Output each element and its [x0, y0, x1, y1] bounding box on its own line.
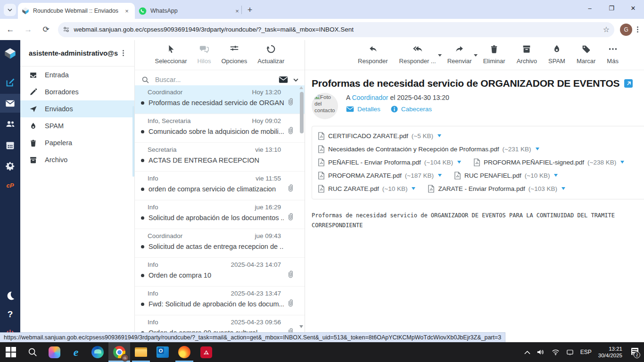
contact-photo-broken: Foto del contacto [312, 93, 338, 119]
address-bar[interactable]: webmail.sanjuan.gob.ec/cpsess9093691949/… [58, 22, 614, 37]
message-row[interactable]: Info2025-04-23 14:07Orden de compra 10 [135, 258, 305, 287]
attachment-menu-caret-icon[interactable] [412, 187, 415, 190]
toolbar-button-más[interactable]: Más [607, 44, 619, 65]
tab-whatsapp[interactable]: WhatsApp × [135, 3, 245, 19]
message-row[interactable]: Info, SecretariaHoy 09:02Comunicado sobr… [135, 114, 305, 143]
details-toggle[interactable]: Detalles [346, 106, 380, 113]
dropdown-caret-icon[interactable] [474, 54, 478, 57]
toolbar-button-archivo[interactable]: Archivo [517, 44, 537, 65]
settings-button[interactable] [0, 156, 20, 175]
folder-item-spam[interactable]: SPAM [20, 117, 134, 134]
taskbar-ie-button[interactable]: e [65, 342, 87, 362]
search-input[interactable] [154, 75, 274, 84]
keyboard-language[interactable]: ESP [580, 349, 592, 355]
folder-item-borradores[interactable]: Borradores [20, 83, 134, 100]
attachment-item[interactable]: RUC ZARATE.pdf(~10 KB) [318, 182, 415, 195]
attachment-item[interactable]: CERTIFICADO ZARATE.pdf(~5 KB) [318, 129, 441, 142]
forward-button[interactable]: → [21, 22, 36, 37]
taskbar-outlook-button[interactable] [152, 342, 173, 362]
message-row[interactable]: Infojue 16:29Solicitud de aprobación de … [135, 200, 305, 229]
attachment-menu-caret-icon[interactable] [620, 161, 624, 164]
tab-close-icon[interactable]: × [233, 7, 241, 15]
tray-expand-icon[interactable] [524, 350, 530, 354]
toolbar-button-seleccionar[interactable]: Seleccionar [155, 44, 187, 65]
attachment-menu-caret-icon[interactable] [457, 161, 461, 164]
message-row[interactable]: CoordinadorHoy 13:20Proformas de necesid… [135, 85, 305, 114]
attachment-item[interactable]: RUC PENAFIEL.pdf(~10 KB) [454, 169, 558, 182]
attachment-size: (~10 KB) [525, 172, 550, 179]
taskbar-start-button[interactable] [0, 342, 22, 362]
bookmark-star-icon[interactable]: ☆ [603, 25, 610, 34]
toolbar-button-reenviar[interactable]: Reenviar [447, 44, 472, 65]
tray-clock[interactable]: 13:21 30/4/2025 [598, 346, 622, 359]
toolbar-button-spam[interactable]: SPAM [548, 44, 565, 65]
attachment-menu-caret-icon[interactable] [438, 174, 442, 177]
attachment-item[interactable]: PEÑAFIEL - Enviar Proforma.pdf(~104 KB) [318, 156, 461, 169]
new-tab-button[interactable]: + [244, 4, 256, 16]
list-scroll-up[interactable] [299, 86, 303, 89]
recipient-link[interactable]: Coordinador [352, 94, 388, 101]
mail-section-button[interactable] [0, 94, 20, 113]
dark-mode-button[interactable] [0, 286, 20, 305]
taskbar-firefox-button[interactable] [173, 342, 195, 362]
action-center-button[interactable]: 2 [629, 348, 638, 356]
attachment-item[interactable]: PROFORMA PEÑAFIEL-signed.pdf(~238 KB) [473, 156, 624, 169]
window-maximize-button[interactable]: ❐ [601, 0, 622, 16]
account-menu-button[interactable] [123, 50, 124, 56]
dropdown-caret-icon[interactable] [438, 54, 442, 57]
attachment-menu-caret-icon[interactable] [536, 148, 539, 150]
help-button[interactable]: ? [0, 305, 20, 324]
compose-button[interactable] [0, 73, 20, 92]
toolbar-button-marcar[interactable]: Marcar [577, 44, 595, 65]
outlook-icon [157, 346, 169, 358]
folder-item-papelera[interactable]: Papelera [20, 134, 134, 151]
taskbar-edge-button[interactable] [87, 342, 108, 362]
browser-menu-button[interactable] [637, 26, 638, 33]
toolbar-button-opciones[interactable]: Opciones [221, 44, 247, 65]
folder-item-archivo[interactable]: Archivo [20, 151, 134, 168]
attachment-item[interactable]: ZARATE - Enviar Proforma.pdf(~103 KB) [428, 182, 565, 195]
folder-scrollbar[interactable] [132, 106, 134, 177]
headers-toggle[interactable]: Cabeceras [391, 106, 432, 113]
back-button[interactable]: ← [3, 22, 18, 37]
wifi-icon[interactable] [552, 349, 560, 355]
taskbar-acrobat-button[interactable] [195, 342, 217, 362]
folder-item-entrada[interactable]: Entrada [20, 66, 134, 83]
attachment-item[interactable]: Necesidades de Contratación y Recepción … [318, 142, 539, 156]
message-row[interactable]: Info2025-04-23 13:47Fwd: Solicitud de ap… [135, 287, 305, 315]
toolbar-button-responder[interactable]: Responder [358, 44, 388, 65]
calendar-button[interactable] [0, 136, 20, 155]
device-icon[interactable] [566, 349, 574, 355]
message-row[interactable]: Coordinadorjue 09:43Solicitud de actas d… [135, 229, 305, 258]
toolbar-button-responder[interactable]: Responder ... [399, 44, 436, 65]
volume-icon[interactable] [537, 349, 545, 355]
attachment-item[interactable]: PROFORMA ZARATE.pdf(~187 KB) [318, 169, 442, 182]
message-row[interactable]: Infovie 11:55orden de compra servicio de… [135, 172, 305, 200]
window-close-button[interactable]: ✕ [622, 0, 644, 16]
tab-close-icon[interactable]: × [123, 7, 131, 15]
contacts-button[interactable] [0, 115, 20, 133]
toolbar-button-hilos[interactable]: Hilos [198, 44, 211, 65]
message-row[interactable]: Secretariavie 13:10ACTAS DE ENTREGA RECE… [135, 143, 305, 172]
toolbar-button-eliminar[interactable]: Eliminar [483, 44, 505, 65]
attachment-menu-caret-icon[interactable] [554, 174, 558, 177]
reload-button[interactable]: ⟳ [39, 22, 54, 37]
folder-item-enviados[interactable]: Enviados [20, 100, 134, 117]
list-scrollbar-thumb[interactable] [300, 92, 304, 133]
window-minimize-button[interactable]: – [579, 0, 601, 16]
taskbar-search-button[interactable] [22, 342, 43, 362]
tab-roundcube[interactable]: Roundcube Webmail :: Enviados × [18, 3, 135, 19]
tab-search-button[interactable] [4, 4, 16, 16]
toolbar-button-actualizar[interactable]: Actualizar [257, 44, 284, 65]
search-options-chevron-icon[interactable] [293, 77, 299, 83]
attachment-menu-caret-icon[interactable] [438, 134, 441, 137]
list-scroll-down[interactable] [299, 325, 303, 328]
taskbar-copilot-button[interactable] [43, 342, 65, 362]
attachment-menu-caret-icon[interactable] [561, 187, 565, 190]
open-in-new-window-icon[interactable] [624, 79, 633, 88]
cpanel-button[interactable]: cP [0, 176, 20, 195]
search-scope-mail-icon[interactable] [279, 76, 288, 83]
browser-profile-avatar[interactable]: G [620, 24, 632, 36]
taskbar-file-explorer-button[interactable] [130, 342, 152, 362]
taskbar-chrome-button[interactable]: G [108, 342, 130, 362]
